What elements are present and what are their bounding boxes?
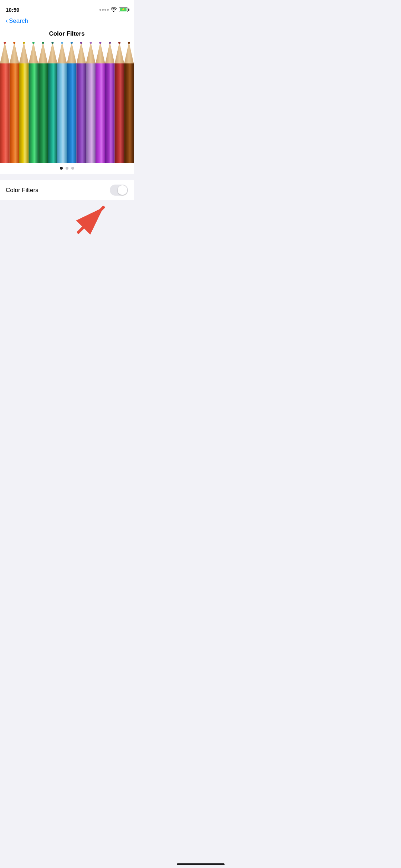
svg-point-26 bbox=[80, 42, 82, 44]
svg-point-35 bbox=[109, 42, 111, 44]
svg-rect-6 bbox=[19, 63, 29, 163]
svg-point-5 bbox=[13, 42, 15, 44]
svg-marker-37 bbox=[115, 42, 124, 63]
svg-line-43 bbox=[78, 207, 103, 232]
svg-marker-40 bbox=[124, 42, 134, 63]
pagination-dots bbox=[0, 163, 134, 174]
svg-rect-27 bbox=[86, 63, 96, 163]
battery-icon: ⚡ bbox=[119, 7, 128, 12]
back-chevron-icon: ‹ bbox=[6, 17, 8, 25]
toggle-knob bbox=[118, 185, 127, 195]
back-label[interactable]: Search bbox=[9, 17, 28, 25]
svg-point-2 bbox=[4, 42, 6, 44]
svg-marker-22 bbox=[67, 42, 77, 63]
signal-dots-icon bbox=[99, 9, 109, 11]
svg-rect-24 bbox=[76, 63, 86, 163]
back-navigation-row: ‹ Search bbox=[0, 16, 134, 27]
svg-marker-4 bbox=[10, 42, 19, 63]
svg-rect-36 bbox=[115, 63, 124, 163]
svg-rect-3 bbox=[10, 63, 19, 163]
svg-marker-16 bbox=[48, 42, 57, 63]
svg-point-17 bbox=[51, 42, 53, 44]
status-time: 10:59 bbox=[6, 7, 19, 13]
svg-marker-10 bbox=[29, 42, 38, 63]
svg-rect-0 bbox=[0, 63, 10, 163]
color-filters-row: Color Filters bbox=[0, 180, 134, 200]
svg-marker-7 bbox=[19, 42, 29, 63]
svg-rect-39 bbox=[124, 63, 134, 163]
svg-rect-21 bbox=[67, 63, 77, 163]
svg-point-32 bbox=[99, 42, 101, 44]
pagination-dot-1[interactable] bbox=[60, 167, 63, 170]
back-button[interactable]: ‹ Search bbox=[6, 17, 28, 25]
svg-rect-9 bbox=[29, 63, 38, 163]
settings-section: Color Filters bbox=[0, 180, 134, 200]
status-bar: 10:59 ⚡ bbox=[0, 0, 134, 16]
color-filters-toggle[interactable] bbox=[110, 185, 128, 196]
status-icons: ⚡ bbox=[99, 7, 128, 12]
svg-point-41 bbox=[128, 42, 130, 44]
svg-point-23 bbox=[71, 42, 73, 44]
pagination-dot-3[interactable] bbox=[71, 167, 74, 170]
wifi-icon bbox=[111, 7, 117, 12]
svg-point-14 bbox=[42, 42, 44, 44]
svg-marker-28 bbox=[86, 42, 96, 63]
svg-marker-1 bbox=[0, 42, 10, 63]
svg-point-20 bbox=[61, 42, 63, 44]
svg-rect-33 bbox=[105, 63, 115, 163]
svg-rect-30 bbox=[96, 63, 105, 163]
svg-point-29 bbox=[90, 42, 92, 44]
color-filters-label: Color Filters bbox=[6, 187, 38, 194]
page-wrapper: 10:59 ⚡ ‹ bbox=[0, 0, 134, 378]
svg-rect-18 bbox=[57, 63, 67, 163]
svg-point-8 bbox=[23, 42, 25, 44]
content-area bbox=[0, 200, 134, 378]
page-title: Color Filters bbox=[49, 30, 84, 37]
svg-marker-19 bbox=[57, 42, 67, 63]
svg-rect-12 bbox=[38, 63, 48, 163]
annotation-arrow bbox=[0, 200, 134, 236]
svg-rect-15 bbox=[48, 63, 57, 163]
pencils-svg bbox=[0, 42, 134, 163]
svg-point-38 bbox=[118, 42, 120, 44]
svg-point-11 bbox=[32, 42, 35, 44]
svg-marker-31 bbox=[96, 42, 105, 63]
nav-bar: Color Filters bbox=[0, 27, 134, 42]
pagination-dot-2[interactable] bbox=[66, 167, 68, 170]
pencils-illustration bbox=[0, 42, 134, 163]
svg-marker-34 bbox=[105, 42, 115, 63]
svg-marker-13 bbox=[38, 42, 48, 63]
svg-marker-25 bbox=[76, 42, 86, 63]
